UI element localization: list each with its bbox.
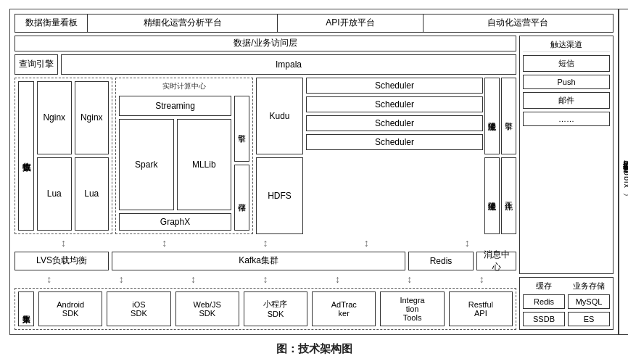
- lvs-box: LVS负载均衡: [15, 252, 109, 270]
- data-collection-label: 数据收集: [18, 81, 34, 231]
- kudu-box: Kudu: [256, 78, 303, 154]
- datasource-row: 数据来集 AndroidSDK iOSSDK Web/JSSDK 小程序SDK …: [15, 288, 516, 330]
- nginx-box-2: Nginx: [75, 81, 110, 154]
- ds-integration: IntegrationTools: [380, 291, 444, 326]
- nginx-lua-col-2: Nginx Lua: [75, 81, 110, 231]
- rt-left-col: Streaming Spark MLLib: [119, 96, 231, 231]
- kudu-hdfs-col: Kudu HDFS: [256, 78, 303, 234]
- redis-cache-box: Redis: [523, 294, 565, 309]
- right-panel: 触达渠道 短信 Push 邮件: [519, 36, 613, 330]
- email-box: 邮件: [523, 92, 610, 109]
- architecture-diagram: 数据衡量看板 精细化运营分析平台 API开放平台 自动化运营平台: [9, 9, 619, 335]
- limit-buffer-top: 限流缓冲: [484, 78, 500, 154]
- datasource-label: 数据来集: [18, 291, 34, 326]
- main-content: 数据/业务访问层 查询引擎 Impala: [15, 36, 516, 330]
- engine-label: 引擎: [501, 78, 516, 154]
- arrows-row: ↕ ↕ ↕ ↕ ↕: [15, 237, 516, 249]
- realtime-label: 实时计算中心: [119, 81, 249, 91]
- tab-analytics[interactable]: 精细化运营分析平台: [88, 15, 278, 32]
- ds-miniapp: 小程序SDK: [244, 291, 307, 326]
- nginx-lua-col-1: Nginx Lua: [37, 81, 72, 231]
- workflow-label: 工作流: [501, 157, 516, 234]
- engine-vert-label: 引擎: [234, 96, 249, 162]
- diagram-container: 数据衡量看板 精细化运营分析平台 API开放平台 自动化运营平台: [9, 9, 619, 356]
- rt-right-labels: 引擎 存储: [234, 96, 249, 231]
- scheduler-list: Scheduler Scheduler Scheduler Scheduler: [306, 78, 483, 234]
- outer-right-label: 运维监控平台（基于Zabbix）: [619, 9, 628, 335]
- workflow-labels: 限流缓冲 限流缓冲: [484, 78, 500, 234]
- more-box: ……: [523, 112, 610, 126]
- ds-ios: iOSSDK: [107, 291, 170, 326]
- rt-inner: Streaming Spark MLLib: [119, 96, 249, 231]
- nginx-box-1: Nginx: [37, 81, 72, 154]
- kafka-box: Kafka集群: [112, 252, 405, 270]
- scheduler-1: Scheduler: [306, 78, 483, 94]
- ds-android: AndroidSDK: [38, 291, 102, 326]
- msg-center-box: 消息中心: [476, 252, 516, 270]
- query-row: 查询引擎 Impala: [15, 54, 516, 75]
- lvs-kafka-row: LVS负载均衡 Kafka集群 Redis 消息中心: [15, 252, 516, 270]
- scheduler-3: Scheduler: [306, 115, 483, 131]
- cache-col: 缓存 Redis SSDB: [523, 281, 565, 326]
- header-tabs: 数据衡量看板 精细化运营分析平台 API开放平台 自动化运营平台: [15, 14, 613, 33]
- query-engine-label: 查询引擎: [15, 54, 58, 75]
- streaming-box: Streaming: [119, 96, 231, 116]
- data-collection-box: 数据收集 Nginx Lua: [15, 78, 112, 234]
- nginx-lua-group: Nginx Lua Nginx: [37, 81, 109, 231]
- cache-label: 缓存: [523, 281, 565, 291]
- arrows-row-2: ↕ ↕ ↕ ↕ ↕ ↕ ↕: [15, 273, 516, 285]
- tab-api[interactable]: API开放平台: [278, 15, 424, 32]
- engine-workflow-labels: 引擎 工作流: [501, 78, 516, 234]
- ds-adtracker: AdTracker: [312, 291, 376, 326]
- caption: 图：技术架构图: [9, 342, 619, 356]
- spark-box: Spark: [119, 119, 174, 210]
- lua-box-1: Lua: [37, 157, 72, 231]
- lua-box-2: Lua: [75, 157, 110, 231]
- cache-storage-area: 缓存 Redis SSDB 业务存储 MySQL ES: [519, 277, 613, 330]
- big-middle-section: 数据收集 Nginx Lua: [15, 78, 516, 234]
- spark-mllib-row: Spark MLLib: [119, 119, 231, 210]
- ds-restful: RestfulAPI: [449, 291, 513, 326]
- es-box: ES: [568, 312, 610, 326]
- tab-automation[interactable]: 自动化运营平台: [424, 15, 613, 32]
- reach-channel-area: 触达渠道 短信 Push 邮件: [519, 36, 613, 274]
- impala-box: Impala: [61, 54, 516, 75]
- workflow-area: Scheduler Scheduler Scheduler Scheduler …: [306, 78, 516, 234]
- limit-buffer-bottom: 限流缓冲: [484, 157, 500, 234]
- reach-channel-label: 触达渠道: [523, 39, 610, 52]
- mysql-box: MySQL: [568, 294, 610, 309]
- body-area: 数据/业务访问层 查询引擎 Impala: [15, 36, 613, 330]
- graphx-box: GraphX: [119, 213, 231, 231]
- mllib-box: MLLib: [177, 119, 232, 210]
- hdfs-box: HDFS: [256, 157, 303, 234]
- scheduler-2: Scheduler: [306, 96, 483, 112]
- redis-box: Redis: [408, 252, 474, 270]
- storage-col: 业务存储 MySQL ES: [568, 281, 610, 326]
- storage-vert-label: 存储: [234, 165, 249, 231]
- scheduler-4: Scheduler: [306, 134, 483, 150]
- tab-data-dashboard[interactable]: 数据衡量看板: [15, 15, 88, 32]
- storage-label: 业务存储: [568, 281, 610, 291]
- ssdb-box: SSDB: [523, 312, 565, 326]
- ds-webjs: Web/JSSDK: [175, 291, 239, 326]
- sms-box: 短信: [523, 55, 610, 72]
- realtime-compute-box: 实时计算中心 Streaming: [115, 78, 253, 234]
- push-box: Push: [523, 75, 610, 89]
- access-layer: 数据/业务访问层: [15, 36, 516, 51]
